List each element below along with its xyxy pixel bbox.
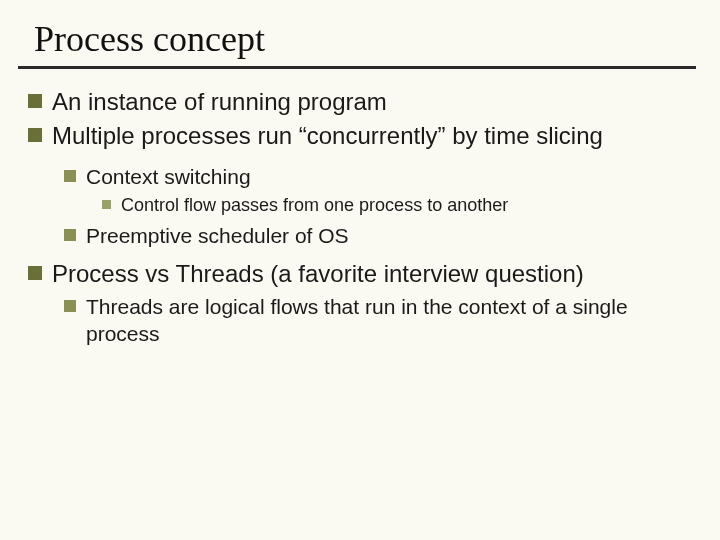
slide: Process concept An instance of running p… — [0, 0, 720, 540]
bullet-text: Context switching — [86, 163, 684, 190]
list-item: Preemptive scheduler of OS — [64, 222, 684, 249]
list-item: An instance of running program — [28, 87, 684, 117]
bullet-text: An instance of running program — [52, 87, 684, 117]
bullet-text: Multiple processes run “concurrently” by… — [52, 121, 684, 151]
list-item: Control flow passes from one process to … — [102, 194, 684, 217]
square-bullet-icon — [28, 128, 42, 142]
list-item: Threads are logical flows that run in th… — [64, 293, 684, 348]
square-bullet-icon — [28, 266, 42, 280]
square-bullet-icon — [102, 200, 111, 209]
bullet-text: Process vs Threads (a favorite interview… — [52, 259, 684, 289]
slide-body: An instance of running program Multiple … — [0, 69, 720, 348]
list-item: Context switching — [64, 163, 684, 190]
square-bullet-icon — [64, 300, 76, 312]
square-bullet-icon — [64, 170, 76, 182]
slide-title: Process concept — [0, 0, 720, 66]
square-bullet-icon — [64, 229, 76, 241]
bullet-text: Control flow passes from one process to … — [121, 194, 684, 217]
bullet-text: Threads are logical flows that run in th… — [86, 293, 684, 348]
square-bullet-icon — [28, 94, 42, 108]
bullet-text: Preemptive scheduler of OS — [86, 222, 684, 249]
list-item: Multiple processes run “concurrently” by… — [28, 121, 684, 151]
list-item: Process vs Threads (a favorite interview… — [28, 259, 684, 289]
